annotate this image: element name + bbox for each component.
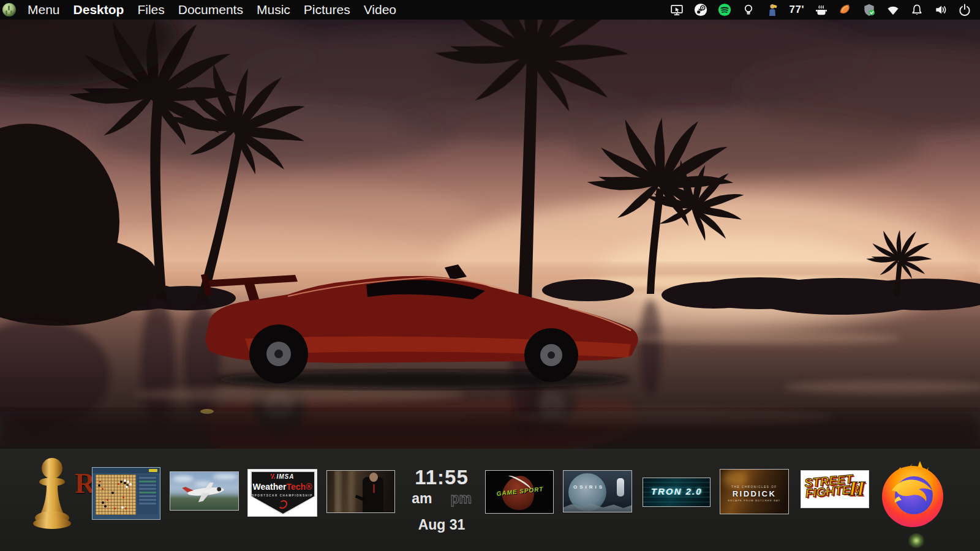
riddick-title: RIDDICK — [720, 489, 788, 498]
dock-item-imsa-weathertech-window[interactable]: IMSA WeatherTech® SPORTSCAR CHAMPIONSHIP — [247, 469, 317, 517]
shield-check-icon[interactable] — [862, 3, 876, 17]
go-board — [96, 474, 136, 515]
dock-item-osiris-video[interactable]: OSIRIS — [563, 470, 632, 512]
astronaut-shape — [617, 478, 624, 497]
weather-applet-icon[interactable] — [766, 3, 779, 17]
lightbulb-icon[interactable] — [742, 3, 755, 17]
menu-button[interactable]: Menu — [28, 2, 60, 17]
bottom-dock: R — [0, 449, 980, 551]
menubar-item-documents[interactable]: Documents — [178, 2, 243, 17]
spotify-icon[interactable] — [718, 3, 731, 17]
top-panel: Menu Desktop Files Documents Music Pictu… — [0, 0, 980, 20]
dock-item-movie-scene-window[interactable] — [326, 470, 395, 513]
steam-icon[interactable] — [694, 3, 707, 17]
osiris-title: OSIRIS — [564, 484, 614, 490]
orange-slice-icon[interactable] — [839, 3, 852, 17]
go-yellow-button — [149, 469, 157, 472]
menu-orb-icon[interactable] — [2, 3, 16, 17]
street-fighter-numeral: II — [849, 477, 865, 500]
clock-date: Aug 31 — [401, 517, 482, 533]
tron-title: TRON 2.0 — [643, 486, 710, 497]
dock-item-street-fighter-video[interactable]: STREET FIGHTER II — [801, 470, 869, 508]
dock-item-chess-app[interactable]: R — [31, 455, 98, 532]
system-tray: 77' — [670, 3, 980, 17]
riddick-pretitle: THE CHRONICLES OF — [720, 485, 788, 489]
menubar-item-music[interactable]: Music — [257, 2, 290, 17]
imsa-subtitle: SPORTSCAR CHAMPIONSHIP — [248, 494, 317, 497]
go-side-panel — [137, 475, 158, 514]
wifi-icon[interactable] — [886, 3, 900, 17]
running-indicator-glow — [908, 533, 925, 548]
volume-icon[interactable] — [934, 3, 948, 17]
clock-time: 11:55 — [401, 466, 482, 489]
menubar-item-files[interactable]: Files — [137, 2, 164, 17]
column-shape — [348, 471, 356, 512]
temperature-readout[interactable]: 77' — [790, 4, 804, 16]
riddick-subtitle: ESCAPE FROM BUTCHER BAY — [720, 499, 788, 502]
dock-clock-widget: 11:55 am pm Aug 31 — [401, 466, 482, 533]
menubar-item-desktop[interactable]: Desktop — [74, 2, 124, 17]
dock-item-riddick-video[interactable]: THE CHRONICLES OF RIDDICK ESCAPE FROM BU… — [720, 469, 789, 514]
dock-item-tron-video[interactable]: TRON 2.0 — [643, 478, 710, 507]
weathertech-word-tech: Tech® — [287, 482, 312, 492]
imsa-brand: IMSA — [248, 473, 317, 480]
suited-man-silhouette — [363, 477, 383, 513]
steaming-pot-icon[interactable] — [815, 3, 828, 17]
desktop-screen: Menu Desktop Files Documents Music Pictu… — [0, 0, 980, 551]
menubar-item-video[interactable]: Video — [364, 2, 396, 17]
column-shape — [334, 471, 342, 512]
display-sharing-icon[interactable] — [670, 3, 684, 17]
airplane-icon — [179, 481, 232, 503]
dock-item-flight-sim-window[interactable] — [170, 471, 239, 511]
power-icon[interactable] — [958, 3, 971, 17]
chess-pawn-icon — [31, 455, 74, 530]
firefox-icon — [877, 459, 948, 530]
clock-am: am — [412, 490, 432, 507]
menubar-item-pictures[interactable]: Pictures — [304, 2, 350, 17]
dock-item-football-video[interactable]: GAME SPORT — [485, 470, 554, 514]
dock-item-firefox[interactable] — [877, 459, 948, 530]
weathertech-word-weather: Weather — [253, 482, 287, 492]
clock-pm: pm — [450, 490, 472, 507]
wallpaper-sunset-supercar — [0, 20, 980, 449]
dock-item-go-board-window[interactable] — [92, 467, 160, 520]
notifications-bell-icon[interactable] — [910, 3, 924, 17]
